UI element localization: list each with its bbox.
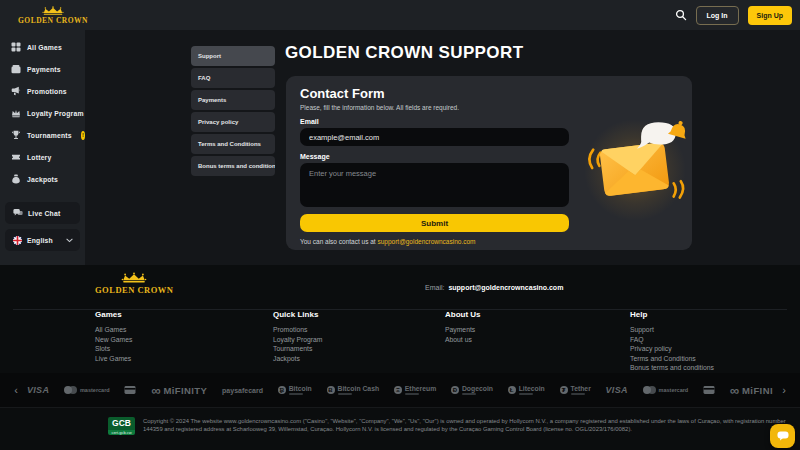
brand-logo[interactable]: GOLDEN CROWN bbox=[18, 6, 88, 25]
sidebar-item-all-games[interactable]: All Games bbox=[0, 36, 85, 58]
footer-column-quick-links: Quick Links Promotions Loyalty Program T… bbox=[273, 310, 323, 364]
brand-name: GOLDEN CROWN bbox=[18, 17, 88, 25]
bitcoin-cash-icon: Ƀ bbox=[327, 386, 335, 394]
payment-logo-tether: ₮Tether bbox=[560, 385, 591, 395]
payment-logo-bitcoin: ₿Bitcoin bbox=[278, 385, 312, 395]
payment-logo-dogecoin: ÐDogecoin bbox=[451, 385, 493, 395]
payment-logo-paysafecard: paysafecard bbox=[222, 387, 263, 394]
litecoin-icon: Ł bbox=[508, 386, 516, 394]
sidebar-item-label: Promotions bbox=[27, 88, 67, 95]
sidebar-item-tournaments[interactable]: Tournaments ! bbox=[0, 124, 85, 146]
footer: GOLDEN CROWN Email: support@goldencrownc… bbox=[0, 265, 800, 450]
footer-link-promotions[interactable]: Promotions bbox=[273, 326, 323, 333]
footer-link-payments[interactable]: Payments bbox=[445, 326, 481, 333]
megaphone-icon bbox=[11, 86, 21, 96]
payment-logo-mastercard: mastercard bbox=[64, 386, 110, 394]
payment-logo-mifinity: ∞MiFINI bbox=[730, 385, 773, 396]
signup-button[interactable]: Sign Up bbox=[748, 6, 792, 25]
payment-logo-ethereum: ΞEthereum bbox=[394, 385, 436, 395]
crown-logo-icon bbox=[41, 6, 65, 16]
bank-card-icon bbox=[124, 385, 136, 395]
page-title: GOLDEN CROWN SUPPORT bbox=[285, 43, 523, 63]
payment-logo-bank-card bbox=[124, 385, 136, 395]
payment-logo-visa: VISA bbox=[606, 385, 628, 395]
sidebar-item-promotions[interactable]: Promotions bbox=[0, 80, 85, 102]
chevron-down-icon bbox=[66, 238, 73, 243]
contact-form-title: Contact Form bbox=[300, 86, 692, 101]
sidebar-item-payments[interactable]: Payments bbox=[0, 58, 85, 80]
footer-column-title: Games bbox=[95, 310, 132, 319]
live-chat-button[interactable]: Live Chat bbox=[5, 202, 80, 224]
sidebar-item-label: Tournaments bbox=[27, 132, 72, 139]
dogecoin-icon: Ð bbox=[451, 386, 459, 394]
wallet-icon bbox=[11, 64, 21, 74]
footer-brand-name: GOLDEN CROWN bbox=[95, 285, 174, 295]
footer-column-games: Games All Games New Games Slots Live Gam… bbox=[95, 310, 132, 364]
footer-link-jackpots[interactable]: Jackpots bbox=[273, 355, 323, 362]
mastercard-circles-icon bbox=[643, 386, 656, 394]
footer-link-slots[interactable]: Slots bbox=[95, 345, 132, 352]
sidebar-item-label: Payments bbox=[27, 66, 61, 73]
footer-column-title: Quick Links bbox=[273, 310, 323, 319]
infinity-icon: ∞ bbox=[730, 386, 739, 395]
top-bar: GOLDEN CROWN Log In Sign Up bbox=[0, 0, 800, 30]
footer-link-new-games[interactable]: New Games bbox=[95, 336, 132, 343]
footer-link-support[interactable]: Support bbox=[630, 326, 714, 333]
login-button[interactable]: Log In bbox=[696, 6, 739, 25]
live-chat-fab[interactable] bbox=[770, 424, 795, 448]
crown-icon bbox=[11, 108, 21, 118]
support-tab-terms[interactable]: Terms and Conditions bbox=[191, 134, 275, 154]
footer-link-about-us[interactable]: About us bbox=[445, 336, 481, 343]
message-field[interactable] bbox=[300, 163, 569, 207]
support-email-link[interactable]: support@goldencrowncasino.com bbox=[377, 238, 475, 245]
payment-logo-litecoin: ŁLitecoin bbox=[508, 385, 545, 395]
support-menu: Support FAQ Payments Privacy policy Term… bbox=[191, 46, 275, 178]
footer-column-title: About Us bbox=[445, 310, 481, 319]
footer-column-title: Help bbox=[630, 310, 714, 319]
footer-brand-logo[interactable]: GOLDEN CROWN bbox=[95, 272, 174, 295]
email-field[interactable] bbox=[300, 128, 569, 146]
footer-link-live-games[interactable]: Live Games bbox=[95, 355, 132, 362]
language-selector[interactable]: English bbox=[5, 229, 80, 251]
carousel-next-icon[interactable]: › bbox=[778, 385, 790, 396]
sidebar: All Games Payments Promotions Loyalty Pr… bbox=[0, 30, 85, 265]
footer-link-privacy-policy[interactable]: Privacy policy bbox=[630, 345, 714, 352]
support-tab-privacy-policy[interactable]: Privacy policy bbox=[191, 112, 275, 132]
footer-link-bonus-terms[interactable]: Bonus terms and conditions bbox=[630, 364, 714, 371]
ethereum-icon: Ξ bbox=[394, 386, 402, 394]
gcb-license-seal[interactable]: GCB cert.gcb.cw bbox=[108, 417, 135, 435]
sidebar-item-label: Jackpots bbox=[27, 176, 58, 183]
main-content: Support FAQ Payments Privacy policy Term… bbox=[85, 30, 800, 265]
gcb-seal-text: GCB bbox=[108, 417, 135, 430]
footer-column-help: Help Support FAQ Privacy policy Terms an… bbox=[630, 310, 714, 374]
support-tab-payments[interactable]: Payments bbox=[191, 90, 275, 110]
sidebar-item-jackpots[interactable]: Jackpots bbox=[0, 168, 85, 190]
sidebar-item-loyalty-program[interactable]: Loyalty Program bbox=[0, 102, 85, 124]
tournaments-badge: ! bbox=[81, 131, 85, 140]
moneybag-icon bbox=[11, 174, 21, 184]
uk-flag-icon bbox=[13, 236, 22, 245]
support-tab-bonus-terms[interactable]: Bonus terms and conditions bbox=[191, 156, 275, 176]
payment-logo-bank-card bbox=[703, 385, 715, 395]
payment-logo-mastercard: mastercard bbox=[643, 386, 689, 394]
payment-logo-visa: VISA bbox=[27, 385, 49, 395]
carousel-prev-icon[interactable]: ‹ bbox=[10, 385, 22, 396]
sidebar-item-lottery[interactable]: Lottery bbox=[0, 146, 85, 168]
payment-methods-carousel: ‹ VISA mastercard ∞MiFINITY paysafecard … bbox=[0, 373, 800, 407]
support-tab-support[interactable]: Support bbox=[191, 46, 275, 66]
footer-link-terms[interactable]: Terms and Conditions bbox=[630, 355, 714, 362]
footer-email: Email: support@goldencrowncasino.com bbox=[425, 284, 563, 291]
footer-link-faq[interactable]: FAQ bbox=[630, 336, 714, 343]
crown-logo-icon bbox=[120, 272, 148, 284]
chat-bubble-icon bbox=[777, 431, 789, 441]
bitcoin-icon: ₿ bbox=[278, 386, 286, 394]
submit-button[interactable]: Submit bbox=[300, 214, 569, 232]
footer-email-value[interactable]: support@goldencrowncasino.com bbox=[448, 284, 563, 291]
footer-link-all-games[interactable]: All Games bbox=[95, 326, 132, 333]
search-icon[interactable] bbox=[675, 9, 687, 21]
tether-icon: ₮ bbox=[560, 386, 568, 394]
footer-link-tournaments[interactable]: Tournaments bbox=[273, 345, 323, 352]
support-tab-faq[interactable]: FAQ bbox=[191, 68, 275, 88]
footer-link-loyalty-program[interactable]: Loyalty Program bbox=[273, 336, 323, 343]
trophy-icon bbox=[11, 130, 21, 140]
